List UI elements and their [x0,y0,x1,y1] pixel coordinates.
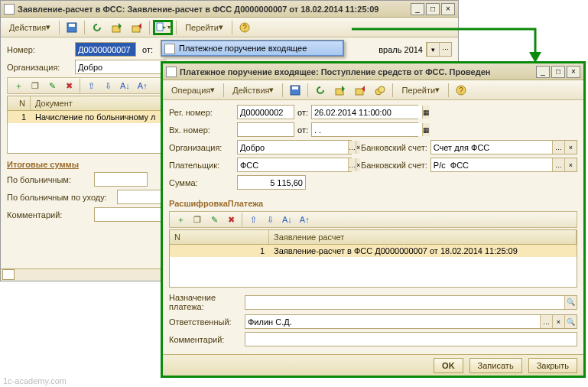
sick-field[interactable] [94,172,148,187]
payer-field[interactable] [238,158,348,171]
move-up-icon[interactable]: ⇧ [83,78,99,93]
maximize-button[interactable]: □ [551,66,565,78]
basis-button[interactable]: ▾ [153,20,173,35]
select-icon[interactable]: … [552,141,564,154]
col-n: N [170,230,269,244]
clear-icon[interactable]: × [552,315,564,328]
sum-label: Сумма: [169,178,234,187]
goto-menu[interactable]: Перейти ▾ [396,83,445,98]
select-icon[interactable]: … [552,158,564,171]
clear-icon[interactable]: × [564,141,577,154]
minimize-button[interactable]: _ [536,66,550,78]
clear-icon[interactable]: × [564,158,577,171]
org-label: Организация: [7,63,72,72]
coins-icon[interactable] [371,83,389,98]
from-label2: от: [297,125,308,135]
post-icon[interactable] [108,20,126,35]
sort-desc-icon[interactable]: A↑ [297,212,313,227]
help-icon[interactable]: ? [452,83,470,98]
save-icon[interactable] [63,20,81,35]
app-icon [166,67,177,77]
delete-icon[interactable]: ✖ [61,78,76,93]
save-icon[interactable] [286,83,304,98]
purpose-label: Назначение платежа: [169,293,242,311]
basis-dropdown: Платежное поручение входящее [161,40,344,57]
delete-icon[interactable]: ✖ [223,212,239,227]
post-icon[interactable] [331,83,349,98]
maximize-button[interactable]: □ [426,3,440,15]
operation-menu[interactable]: Операция ▾ [166,83,220,98]
scroll-left-icon[interactable] [2,269,15,280]
responsible-field[interactable] [245,315,540,328]
window-incoming-payment: Платежное поручение входящее: Поступлени… [161,61,586,378]
add-icon[interactable]: ＋ [11,78,26,93]
clear-icon[interactable]: × [356,158,360,171]
sick-label: По больничным: [7,175,91,184]
close-button[interactable]: Закрыть [528,358,577,373]
clear-icon[interactable]: × [356,141,360,154]
sort-asc-icon[interactable]: A↓ [279,212,295,227]
move-up-icon[interactable]: ⇧ [245,212,261,227]
actions-menu[interactable]: Действия ▾ [227,83,279,98]
reg-num-field[interactable] [237,105,294,119]
bank-acc2-field[interactable] [431,158,552,171]
sort-desc-icon[interactable]: A↑ [135,78,151,93]
close-button[interactable]: × [567,66,580,78]
move-down-icon[interactable]: ⇩ [262,212,278,227]
responsible-label: Ответственный: [169,317,242,327]
number-field[interactable] [75,42,136,57]
minimize-button[interactable]: _ [411,3,424,15]
actions-menu[interactable]: Действия ▾ [4,20,56,35]
refresh-icon[interactable] [88,20,106,35]
svg-rect-1 [69,24,75,27]
svg-text:?: ? [459,86,463,95]
purpose-field[interactable] [245,296,564,309]
select-icon[interactable]: … [348,141,356,154]
copy-icon[interactable]: ❐ [190,212,205,227]
move-down-icon[interactable]: ⇩ [100,78,115,93]
col-n: N [8,96,31,110]
in-date-field[interactable] [312,123,422,136]
close-button[interactable]: × [441,3,455,15]
goto-menu[interactable]: Перейти ▾ [180,20,229,35]
document-icon [164,44,175,54]
window-title: Платежное поручение входящее: Поступлени… [180,67,536,76]
date-field[interactable] [312,106,422,119]
menu-item-incoming-payment[interactable]: Платежное поручение входящее [161,41,343,56]
from-label: от: [297,108,308,117]
refresh-icon[interactable] [311,83,330,98]
calendar-icon[interactable]: ▦ [422,123,430,136]
in-num-field[interactable] [237,122,294,137]
open-icon[interactable]: 🔍 [564,296,577,309]
window-title: Заявление-расчет в ФСС: Заявление-расчет… [18,5,411,14]
edit-icon[interactable]: ✎ [44,78,60,93]
copy-icon[interactable]: ❐ [28,78,43,93]
calendar-icon[interactable]: ▦ [422,106,430,119]
sort-asc-icon[interactable]: A↓ [117,78,133,93]
org-label: Организация: [169,143,234,152]
ok-button[interactable]: OK [434,358,463,373]
app-icon [4,4,15,15]
bank-acc-field[interactable] [431,141,552,154]
number-label: Номер: [7,45,72,54]
table-row[interactable]: 1 Заявление-расчет в ФСС Д0000000007 от … [170,245,577,257]
add-icon[interactable]: ＋ [173,212,188,227]
titlebar: Платежное поручение входящее: Поступлени… [163,63,583,80]
sum-field[interactable] [237,175,306,190]
unpost-icon[interactable] [128,20,146,35]
comment-field[interactable] [245,333,577,346]
save-button[interactable]: Записать [469,358,522,373]
detail-grid: N Заявление расчет 1 Заявление-расчет в … [169,229,577,288]
unpost-icon[interactable] [351,83,369,98]
help-icon[interactable]: ? [236,20,254,35]
svg-rect-10 [356,89,363,95]
select-icon[interactable]: … [540,315,552,328]
bank-acc2-label: Банковский счет: [361,161,427,170]
reg-num-label: Рег. номер: [169,108,234,117]
select-icon[interactable]: … [348,158,356,171]
edit-icon[interactable]: ✎ [206,212,222,227]
payer-label: Плательщик: [169,161,234,170]
org-field[interactable] [238,141,348,154]
detail-section: РасшифровкаПлатежа [169,199,577,208]
open-icon[interactable]: 🔍 [564,315,577,328]
